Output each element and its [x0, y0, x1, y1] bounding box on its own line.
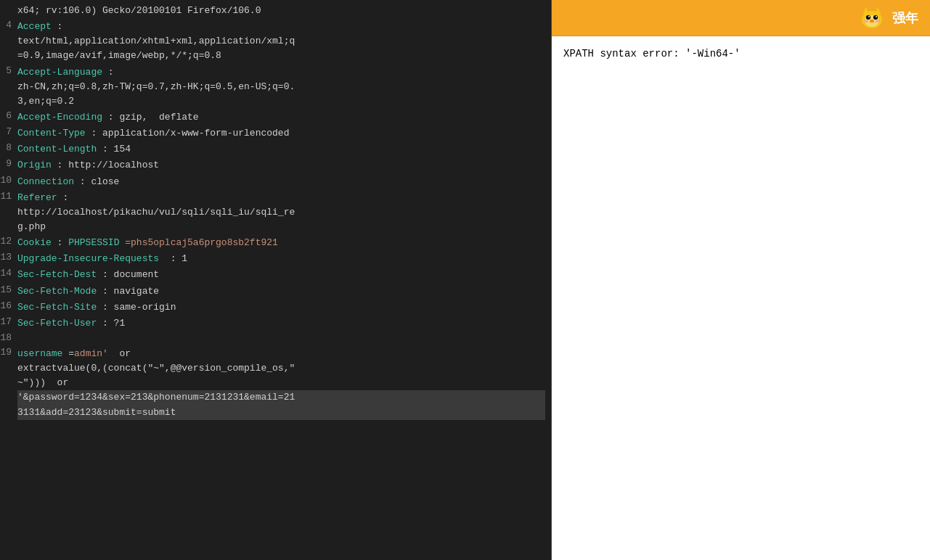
mascot-label-text: 强年 [892, 9, 918, 27]
svg-point-9 [864, 20, 868, 22]
line-content-14: Sec-Fetch-Dest : document [17, 268, 551, 282]
line-num-6: 6 [0, 110, 17, 121]
svg-point-4 [868, 16, 870, 17]
right-top-bar: 强年 [552, 0, 930, 36]
code-line-5: 5 Accept-Language :zh-CN,zh;q=0.8,zh-TW;… [0, 65, 551, 110]
svg-marker-8 [876, 7, 881, 15]
line-num-8: 8 [0, 142, 17, 153]
code-line-7: 7 Content-Type : application/x-www-form-… [0, 125, 551, 141]
line-content-12: Cookie : PHPSESSID =phs5oplcaj5a6prgo8sb… [17, 236, 551, 250]
line-content-top: x64; rv:106.0) Gecko/20100101 Firefox/10… [17, 4, 551, 18]
line-num-17: 17 [0, 316, 17, 327]
line-content-11: Referer :http://localhost/pikachu/vul/sq… [17, 191, 551, 234]
line-num-7: 7 [0, 126, 17, 137]
code-line-10: 10 Connection : close [0, 174, 551, 190]
xpath-error-text: XPATH syntax error: '-Win64-' [563, 45, 918, 62]
code-line-6: 6 Accept-Encoding : gzip, deflate [0, 110, 551, 125]
line-content-8: Content-Length : 154 [17, 142, 551, 157]
line-num-5: 5 [0, 65, 17, 76]
mascot-icon [857, 4, 886, 33]
svg-point-2 [866, 15, 870, 20]
code-line-14: 14 Sec-Fetch-Dest : document [0, 267, 551, 283]
svg-point-3 [873, 15, 878, 20]
line-num-19: 19 [0, 347, 17, 358]
code-line-8: 8 Content-Length : 154 [0, 141, 551, 157]
line-content-13: Upgrade-Insecure-Requests : 1 [17, 252, 551, 266]
code-line-4: 4 Accept :text/html,application/xhtml+xm… [0, 19, 551, 64]
line-content-6: Accept-Encoding : gzip, deflate [17, 110, 551, 125]
code-line-9: 9 Origin : http://localhost [0, 157, 551, 173]
svg-point-6 [870, 20, 874, 22]
line-content-7: Content-Type : application/x-www-form-ur… [17, 126, 551, 141]
code-line-13: 13 Upgrade-Insecure-Requests : 1 [0, 251, 551, 267]
left-panel: x64; rv:106.0) Gecko/20100101 Firefox/10… [0, 0, 552, 560]
code-line-11: 11 Referer :http://localhost/pikachu/vul… [0, 190, 551, 235]
line-content-15: Sec-Fetch-Mode : navigate [17, 284, 551, 299]
code-line-18: 18 [0, 332, 551, 346]
line-content-5: Accept-Language :zh-CN,zh;q=0.8,zh-TW;q=… [17, 65, 551, 109]
line-num-13: 13 [0, 252, 17, 263]
line-num-14: 14 [0, 268, 17, 279]
line-num-16: 16 [0, 300, 17, 311]
line-num-4: 4 [0, 20, 17, 30]
right-panel: 强年 XPATH syntax error: '-Win64-' [552, 0, 930, 560]
line-num-12: 12 [0, 236, 17, 247]
line-num-9: 9 [0, 158, 17, 169]
code-area: x64; rv:106.0) Gecko/20100101 Firefox/10… [0, 0, 551, 424]
code-line-16: 16 Sec-Fetch-Site : same-origin [0, 300, 551, 316]
line-num-18: 18 [0, 332, 17, 343]
mascot-area: 强年 [857, 4, 918, 33]
line-content-4: Accept :text/html,application/xhtml+xml,… [17, 20, 551, 63]
line-content-17: Sec-Fetch-User : ?1 [17, 316, 551, 331]
code-line-12: 12 Cookie : PHPSESSID =phs5oplcaj5a6prgo… [0, 235, 551, 251]
mascot-svg [859, 5, 885, 31]
code-line-top: x64; rv:106.0) Gecko/20100101 Firefox/10… [0, 3, 551, 19]
line-num-10: 10 [0, 175, 17, 186]
code-line-17: 17 Sec-Fetch-User : ?1 [0, 316, 551, 332]
line-content-9: Origin : http://localhost [17, 158, 551, 173]
code-line-15: 15 Sec-Fetch-Mode : navigate [0, 284, 551, 300]
line-num-15: 15 [0, 284, 17, 295]
line-content-10: Connection : close [17, 175, 551, 189]
line-num-11: 11 [0, 191, 17, 202]
line-content-16: Sec-Fetch-Site : same-origin [17, 300, 551, 315]
line-content-19: username =admin' orextractvalue(0,(conca… [17, 347, 551, 420]
svg-point-10 [876, 20, 880, 22]
svg-marker-7 [863, 7, 868, 15]
svg-point-5 [876, 16, 877, 17]
right-content: XPATH syntax error: '-Win64-' [552, 36, 930, 560]
code-line-19: 19 username =admin' orextractvalue(0,(co… [0, 346, 551, 421]
